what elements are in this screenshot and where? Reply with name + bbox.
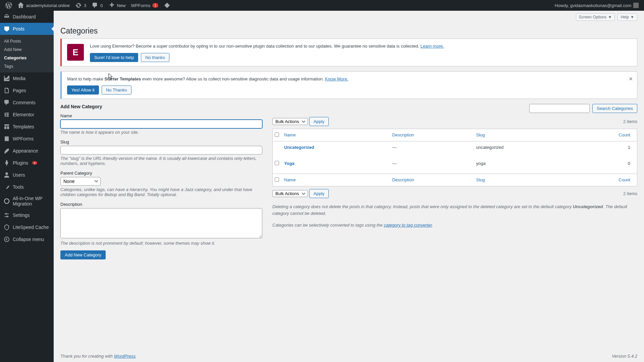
add-category-button[interactable]: Add New Category: [60, 250, 106, 259]
no-thanks-button[interactable]: No thanks: [141, 53, 169, 62]
category-link[interactable]: Uncategorized: [284, 145, 314, 150]
cell-count: 1: [573, 141, 637, 158]
bulk-actions-select[interactable]: Bulk Actions: [272, 190, 308, 197]
diamond-icon: [164, 2, 170, 9]
col-slug[interactable]: Slug: [473, 174, 573, 186]
update-icon: [75, 2, 82, 9]
collapse-icon: [3, 236, 10, 243]
sidebar-pages[interactable]: Pages: [0, 84, 54, 97]
sidebar-tools[interactable]: Tools: [0, 181, 54, 193]
sidebar-posts[interactable]: Posts: [0, 23, 54, 35]
col-name[interactable]: Name: [281, 129, 389, 141]
no-thanks-button[interactable]: No Thanks: [102, 85, 131, 95]
sidebar-collapse[interactable]: Collapse menu: [0, 233, 54, 245]
slug-input[interactable]: [60, 146, 262, 155]
row-checkbox[interactable]: [275, 161, 279, 165]
new-content[interactable]: New: [106, 0, 128, 11]
delete-note: Deleting a category does not delete the …: [272, 203, 637, 217]
col-description[interactable]: Description: [389, 129, 473, 141]
sidebar-templates[interactable]: Templates: [0, 121, 54, 133]
apply-button[interactable]: Apply: [309, 189, 329, 198]
posts-submenu: All Posts Add New Categories Tags: [0, 35, 54, 72]
site-name[interactable]: academytutorial.online: [15, 0, 72, 11]
sidebar-elementor[interactable]: Elementor: [0, 109, 54, 121]
sidebar-settings[interactable]: Settings: [0, 209, 54, 221]
notice-text: Love using Elementor? Become a super con…: [90, 43, 632, 50]
know-more-link[interactable]: Know More.: [325, 76, 348, 81]
learn-more-link[interactable]: Learn more.: [420, 44, 444, 49]
elementor-logo: E: [67, 44, 84, 61]
submenu-add-new[interactable]: Add New: [0, 45, 54, 54]
dismiss-notice-button[interactable]: ✕: [627, 74, 634, 83]
pin-icon: [3, 25, 10, 32]
col-count[interactable]: Count: [573, 129, 637, 141]
elementor-bar-icon[interactable]: [161, 0, 173, 11]
sidebar-media[interactable]: Media: [0, 72, 54, 84]
select-all-checkbox[interactable]: [275, 132, 279, 137]
updates[interactable]: 3: [72, 0, 89, 11]
apply-button[interactable]: Apply: [309, 117, 329, 126]
search-categories-button[interactable]: Search Categories: [592, 104, 637, 113]
col-description[interactable]: Description: [389, 174, 473, 186]
sidebar-plugins[interactable]: Plugins1: [0, 157, 54, 169]
desc-textarea[interactable]: [60, 208, 262, 238]
cell-desc: —: [389, 158, 473, 174]
wp-logo[interactable]: [3, 0, 15, 11]
users-icon: [3, 172, 10, 178]
wpforms-badge: 1: [152, 3, 158, 8]
col-name[interactable]: Name: [281, 174, 389, 186]
sidebar-migration[interactable]: All-in-One WP Migration: [0, 193, 54, 209]
notice-text: Want to help make Starter Templates even…: [67, 76, 632, 82]
screen-options-button[interactable]: Screen Options ▼: [576, 13, 615, 21]
howdy[interactable]: Howdy, gvidasmaskoliunas@gmail.com: [552, 0, 641, 11]
cell-slug: yoga: [473, 158, 573, 174]
category-link[interactable]: Yoga: [284, 161, 294, 166]
cell-count: 0: [573, 158, 637, 174]
sidebar-comments[interactable]: Comments: [0, 97, 54, 109]
brush-icon: [3, 147, 10, 154]
table-row: Uncategorized — uncategorized 1: [273, 141, 637, 158]
tools-icon: [3, 184, 10, 190]
slug-help: The "slug" is the URL-friendly version o…: [60, 156, 262, 166]
sidebar-wpforms[interactable]: WPForms: [0, 133, 54, 145]
litespeed-icon: [3, 224, 10, 231]
submenu-tags[interactable]: Tags: [0, 62, 54, 70]
dashboard-icon: [3, 13, 10, 20]
desc-help: The description is not prominent by defa…: [60, 241, 262, 246]
items-count: 2 items: [623, 191, 637, 196]
wordpress-link[interactable]: WordPress: [114, 354, 136, 359]
name-input[interactable]: [60, 120, 262, 128]
sure-help-button[interactable]: Sure! I'd love to help: [90, 53, 138, 62]
search-input[interactable]: [529, 104, 590, 113]
parent-label: Parent Category: [60, 171, 262, 176]
migration-icon: [3, 198, 10, 204]
version: Version 5.4.2: [612, 354, 637, 359]
items-count: 2 items: [623, 119, 637, 124]
allow-it-button[interactable]: Yes! Allow it: [67, 85, 99, 95]
templates-icon: [3, 123, 10, 130]
name-label: Name: [60, 113, 262, 118]
sidebar-litespeed[interactable]: LiteSpeed Cache: [0, 221, 54, 233]
submenu-all-posts[interactable]: All Posts: [0, 37, 54, 45]
col-count[interactable]: Count: [573, 174, 637, 186]
settings-icon: [3, 212, 10, 219]
help-button[interactable]: Help ▼: [618, 13, 637, 21]
media-icon: [3, 75, 10, 82]
sidebar-users[interactable]: Users: [0, 169, 54, 181]
slug-label: Slug: [60, 139, 262, 144]
starter-templates-notice: Want to help make Starter Templates even…: [60, 71, 637, 99]
sidebar-dashboard[interactable]: Dashboard: [0, 11, 54, 23]
select-all-checkbox[interactable]: [275, 177, 279, 182]
plus-icon: [108, 2, 115, 9]
parent-help: Categories, unlike tags, can have a hier…: [60, 187, 262, 197]
sidebar-appearance[interactable]: Appearance: [0, 145, 54, 157]
col-slug[interactable]: Slug: [473, 129, 573, 141]
converter-link[interactable]: category to tag converter: [384, 223, 432, 228]
submenu-categories[interactable]: Categories: [0, 54, 54, 62]
svg-point-1: [4, 237, 9, 242]
wpforms-bar[interactable]: WPForms1: [128, 0, 161, 11]
categories-table: Name Description Slug Count Uncategorize…: [272, 129, 637, 186]
parent-select[interactable]: None: [60, 177, 101, 186]
bulk-actions-select[interactable]: Bulk Actions: [272, 118, 308, 125]
comments-bubble[interactable]: 0: [89, 0, 105, 11]
